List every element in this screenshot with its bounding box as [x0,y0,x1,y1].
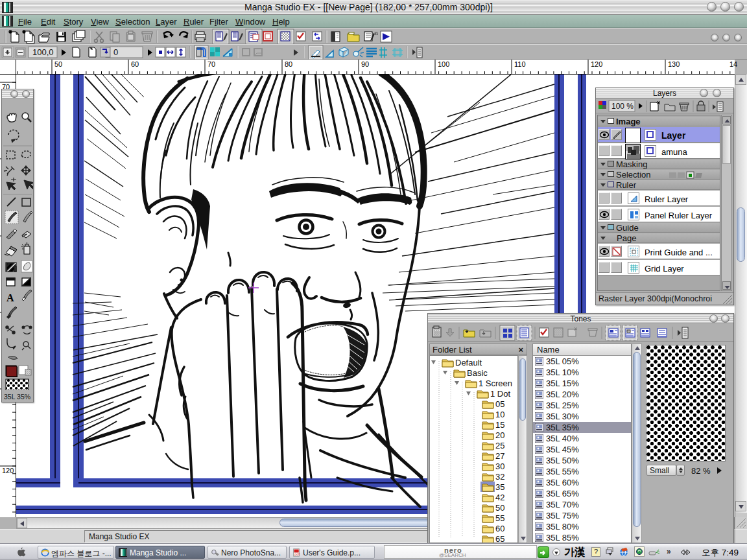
svg-text:A: A [6,292,14,303]
svg-text:42: 42 [495,493,504,502]
svg-text:20: 20 [495,430,504,440]
svg-text:1 Dot: 1 Dot [490,389,510,399]
svg-text:25: 25 [495,441,504,450]
svg-text:50: 50 [495,503,504,513]
svg-text:65: 65 [495,534,504,543]
svg-text:pdf: pdf [294,552,300,556]
svg-text:30: 30 [495,461,504,471]
svg-text:60: 60 [495,524,504,533]
svg-text:10: 10 [495,410,504,419]
svg-text:05: 05 [495,399,504,409]
svg-text:15: 15 [495,420,504,430]
svg-text:100 %: 100 % [611,102,634,111]
svg-text:Default: Default [455,358,482,368]
svg-text:0: 0 [113,47,118,57]
svg-text:55: 55 [495,513,504,523]
svg-text:1 Screen: 1 Screen [479,379,512,388]
svg-text:27: 27 [495,451,504,461]
svg-text:35: 35 [495,482,504,492]
svg-text:100,0: 100,0 [32,47,54,57]
svg-text:Basic: Basic [467,368,488,378]
svg-text:32: 32 [495,472,504,482]
